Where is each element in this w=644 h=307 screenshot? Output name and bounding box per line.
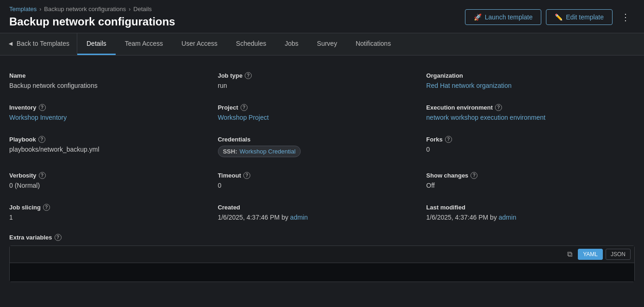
details-content: Name Backup network configurations Job t… — [0, 55, 644, 293]
timeout-value: 0 — [218, 182, 417, 189]
back-label: Back to Templates — [17, 40, 69, 47]
tab-team-access[interactable]: Team Access — [116, 33, 172, 55]
playbook-cell: Playbook ? playbooks/network_backup.yml — [9, 130, 218, 166]
verbosity-help-icon[interactable]: ? — [39, 172, 46, 179]
show-changes-label: Show changes ? — [426, 172, 625, 179]
pencil-icon: ✏️ — [555, 13, 563, 21]
last-modified-text: 1/6/2025, 4:37:46 PM by — [426, 214, 498, 221]
credential-link[interactable]: Workshop Credential — [240, 148, 296, 155]
tab-details[interactable]: Details — [77, 33, 116, 55]
project-link[interactable]: Workshop Project — [218, 114, 269, 121]
organization-link[interactable]: Red Hat network organization — [426, 82, 511, 89]
name-cell: Name Backup network configurations — [9, 67, 218, 98]
launch-label: Launch template — [485, 13, 533, 21]
extra-variables-label: Extra variables ? — [9, 234, 635, 241]
extra-vars-toolbar: ⧉ YAML JSON — [10, 246, 634, 263]
last-modified-value: 1/6/2025, 4:37:46 PM by admin — [426, 214, 625, 221]
project-cell: Project ? Workshop Project — [218, 98, 427, 130]
job-slicing-cell: Job slicing ? 1 — [9, 198, 218, 230]
nav-tabs: ◄ Back to Templates Details Team Access … — [0, 33, 644, 55]
project-label: Project ? — [218, 104, 417, 111]
verbosity-label: Verbosity ? — [9, 172, 209, 179]
forks-label: Forks ? — [426, 136, 625, 143]
playbook-label: Playbook ? — [9, 136, 209, 143]
timeout-help-icon[interactable]: ? — [243, 172, 250, 179]
json-button[interactable]: JSON — [606, 249, 631, 260]
name-label: Name — [9, 72, 209, 79]
extra-variables-section: Extra variables ? ⧉ YAML JSON — [9, 234, 635, 282]
job-type-value: run — [218, 82, 417, 89]
execution-env-label: Execution environment ? — [426, 104, 625, 111]
top-actions: 🚀 Launch template ✏️ Edit template ⋮ — [465, 6, 635, 25]
tab-notifications[interactable]: Notifications — [347, 33, 400, 55]
top-bar: Templates › Backup network configuration… — [0, 0, 644, 28]
job-type-help-icon[interactable]: ? — [245, 72, 252, 79]
forks-cell: Forks ? 0 — [426, 130, 635, 166]
created-label: Created — [218, 204, 417, 211]
credentials-cell: Credentials SSH: Workshop Credential — [218, 130, 427, 166]
created-by-link[interactable]: admin — [290, 214, 308, 221]
last-modified-label: Last modified — [426, 204, 625, 211]
last-modified-by-link[interactable]: admin — [499, 214, 516, 221]
job-slicing-help-icon[interactable]: ? — [43, 204, 50, 211]
project-help-icon[interactable]: ? — [241, 104, 248, 111]
details-grid: Name Backup network configurations Job t… — [9, 67, 635, 230]
breadcrumb-template-name: Backup network configurations — [44, 6, 126, 12]
credentials-label: Credentials — [218, 136, 417, 143]
created-cell: Created 1/6/2025, 4:37:46 PM by admin — [218, 198, 427, 230]
tab-back-to-templates[interactable]: ◄ Back to Templates — [0, 33, 77, 55]
verbosity-cell: Verbosity ? 0 (Normal) — [9, 166, 218, 198]
job-slicing-value: 1 — [9, 214, 209, 221]
last-modified-cell: Last modified 1/6/2025, 4:37:46 PM by ad… — [426, 198, 635, 230]
show-changes-cell: Show changes ? Off — [426, 166, 635, 198]
inventory-help-icon[interactable]: ? — [39, 104, 46, 111]
extra-vars-help-icon[interactable]: ? — [55, 234, 62, 241]
tab-user-access[interactable]: User Access — [172, 33, 227, 55]
timeout-cell: Timeout ? 0 — [218, 166, 427, 198]
forks-value: 0 — [426, 146, 625, 153]
title-section: Templates › Backup network configuration… — [9, 6, 175, 28]
job-slicing-label: Job slicing ? — [9, 204, 209, 211]
back-chevron-icon: ◄ — [7, 40, 14, 47]
execution-env-link[interactable]: network workshop execution environment — [426, 114, 545, 121]
launch-template-button[interactable]: 🚀 Launch template — [465, 9, 542, 25]
inventory-cell: Inventory ? Workshop Inventory — [9, 98, 218, 130]
breadcrumb-templates-link[interactable]: Templates — [9, 6, 37, 12]
job-type-cell: Job type ? run — [218, 67, 427, 98]
edit-label: Edit template — [566, 13, 604, 21]
editor-body[interactable] — [10, 263, 634, 282]
name-value: Backup network configurations — [9, 82, 209, 89]
created-text: 1/6/2025, 4:37:46 PM by — [218, 214, 290, 221]
rocket-icon: 🚀 — [474, 13, 482, 21]
show-changes-value: Off — [426, 182, 625, 189]
breadcrumb: Templates › Backup network configuration… — [9, 6, 175, 12]
edit-template-button[interactable]: ✏️ Edit template — [546, 9, 613, 25]
tab-jobs[interactable]: Jobs — [275, 33, 308, 55]
credential-badge: SSH: Workshop Credential — [218, 146, 417, 157]
breadcrumb-current: Details — [133, 6, 152, 12]
timeout-label: Timeout ? — [218, 172, 417, 179]
created-value: 1/6/2025, 4:37:46 PM by admin — [218, 214, 417, 221]
inventory-label: Inventory ? — [9, 104, 209, 111]
more-actions-button[interactable]: ⋮ — [617, 10, 635, 25]
copy-icon: ⧉ — [567, 250, 572, 258]
playbook-value: playbooks/network_backup.yml — [9, 146, 209, 153]
execution-env-cell: Execution environment ? network workshop… — [426, 98, 635, 130]
verbosity-value: 0 (Normal) — [9, 182, 209, 189]
copy-button[interactable]: ⧉ — [564, 249, 575, 259]
playbook-help-icon[interactable]: ? — [38, 136, 45, 143]
yaml-button[interactable]: YAML — [578, 249, 603, 260]
inventory-link[interactable]: Workshop Inventory — [9, 114, 67, 121]
ssh-type-label: SSH: — [223, 148, 237, 155]
organization-cell: Organization Red Hat network organizatio… — [426, 67, 635, 98]
tab-schedules[interactable]: Schedules — [227, 33, 275, 55]
job-type-label: Job type ? — [218, 72, 417, 79]
show-changes-help-icon[interactable]: ? — [471, 172, 477, 179]
extra-variables-editor: ⧉ YAML JSON — [9, 246, 635, 282]
forks-help-icon[interactable]: ? — [445, 136, 452, 143]
page-title: Backup network configurations — [9, 15, 175, 28]
tab-survey[interactable]: Survey — [308, 33, 347, 55]
execution-env-help-icon[interactable]: ? — [495, 104, 502, 111]
organization-label: Organization — [426, 72, 625, 79]
breadcrumb-sep-2: › — [129, 6, 130, 12]
